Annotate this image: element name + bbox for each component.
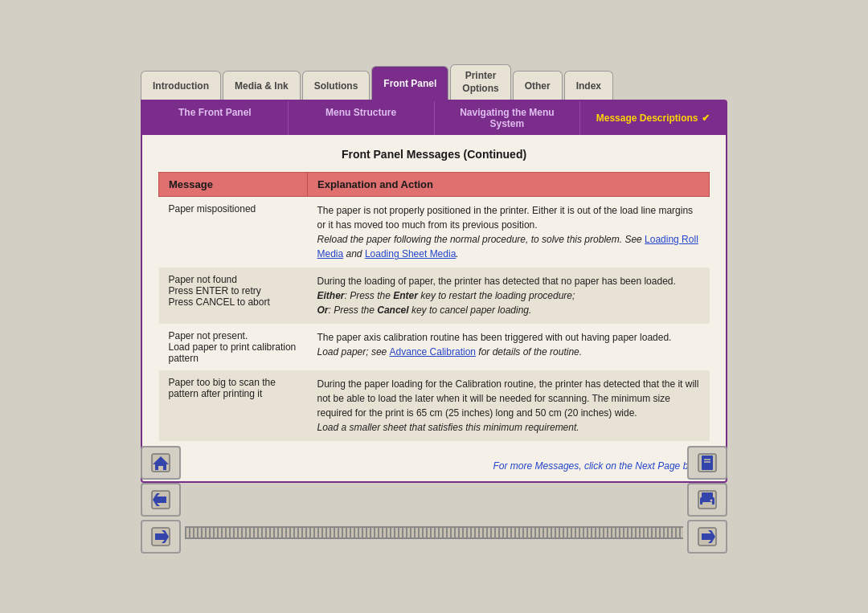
table-row: Paper too big to scan the pattern after … [159, 370, 710, 441]
content-area: The Front Panel Menu Structure Navigatin… [141, 100, 727, 483]
message-cell: Paper not foundPress ENTER to retryPress… [159, 268, 308, 324]
explanation-cell: The paper is not properly positioned in … [308, 197, 710, 268]
message-cell: Paper not present.Load paper to print ca… [159, 324, 308, 370]
sub-nav: The Front Panel Menu Structure Navigatin… [142, 101, 726, 135]
tab-bar: Introduction Media & Ink Solutions Front… [141, 64, 727, 100]
link-loading-sheet[interactable]: Loading Sheet Media [365, 248, 456, 260]
explanation-cell: The paper axis calibration routine has b… [308, 324, 710, 370]
scroll-decoration [185, 525, 683, 541]
content-body: Front Panel Messages (Continued) Message… [142, 135, 726, 454]
explanation-cell: During the loading of paper, the printer… [308, 268, 710, 324]
tab-solutions[interactable]: Solutions [302, 71, 371, 100]
message-cell: Paper too big to scan the pattern after … [159, 370, 308, 441]
tab-printer-options[interactable]: PrinterOptions [450, 64, 510, 100]
print-button[interactable] [687, 483, 727, 517]
message-table: Message Explanation and Action Paper mis… [158, 172, 710, 441]
home-button[interactable] [141, 446, 181, 480]
bottom-left-nav [141, 446, 181, 554]
link-advance-calibration[interactable]: Advance Calibration [390, 346, 476, 358]
bookmark-button[interactable] [687, 446, 727, 480]
message-cell: Paper mispositioned [159, 197, 308, 268]
tab-index[interactable]: Index [564, 71, 613, 100]
tab-introduction[interactable]: Introduction [141, 71, 221, 100]
col-header-message: Message [159, 173, 308, 197]
bottom-right-nav [687, 446, 727, 554]
page-title: Front Panel Messages (Continued) [158, 148, 710, 161]
table-row: Paper not foundPress ENTER to retryPress… [159, 268, 710, 324]
tab-other[interactable]: Other [513, 71, 563, 100]
subnav-front-panel[interactable]: The Front Panel [142, 101, 289, 135]
next-page-message[interactable]: For more Messages, click on the Next Pag… [142, 454, 726, 481]
table-row: Paper mispositioned The paper is not pro… [159, 197, 710, 268]
svg-point-15 [710, 500, 713, 502]
subnav-message-descriptions[interactable]: Message Descriptions ✔ [580, 101, 726, 135]
table-row: Paper not present.Load paper to print ca… [159, 324, 710, 370]
tab-media-ink[interactable]: Media & Ink [223, 71, 301, 100]
subnav-navigating[interactable]: Navigating the Menu System [435, 101, 581, 135]
next-page-button[interactable] [687, 520, 727, 554]
forward-left-button[interactable] [141, 520, 181, 554]
svg-rect-14 [702, 502, 712, 508]
col-header-explanation: Explanation and Action [308, 173, 710, 197]
subnav-menu-structure[interactable]: Menu Structure [289, 101, 435, 135]
back-button[interactable] [141, 483, 181, 517]
tab-front-panel[interactable]: Front Panel [371, 66, 448, 100]
explanation-cell: During the paper loading for the Calibra… [308, 370, 710, 441]
